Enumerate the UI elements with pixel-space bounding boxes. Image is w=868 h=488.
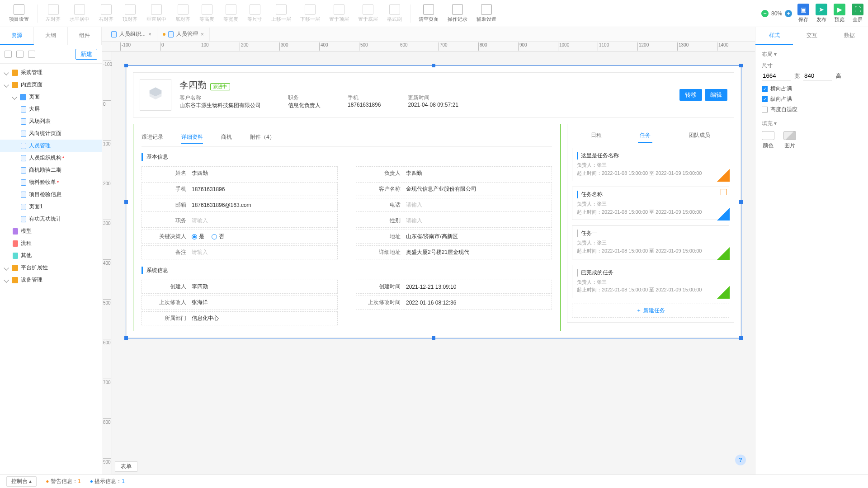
target-icon[interactable]: [16, 51, 24, 58]
new-button[interactable]: 新建: [75, 49, 97, 60]
field-关键决策人[interactable]: 关键决策人是否: [142, 230, 338, 244]
field-负责人[interactable]: 负责人李四勤: [356, 166, 552, 180]
dtab-attachment[interactable]: 附件（4）: [250, 131, 275, 144]
selection-frame[interactable]: 李四勤跟进中 客户名称山东谷丰源生物科技集团有限公司职务信息化负责人手机1876…: [126, 65, 741, 338]
tree-页面1[interactable]: 页面1: [0, 201, 102, 213]
ttab-schedule[interactable]: 日程: [589, 129, 604, 143]
align-底对齐[interactable]: 底对齐: [171, 2, 195, 24]
hint-info[interactable]: ● 提示信息：1: [90, 478, 125, 485]
align-左对齐[interactable]: 左对齐: [41, 2, 65, 24]
tree-人员组织机构[interactable]: 人员组织机构: [0, 152, 102, 164]
tree-流程[interactable]: 流程: [0, 237, 102, 249]
rtab-style[interactable]: 样式: [755, 27, 793, 45]
chk-h-fill[interactable]: ✓横向占满: [762, 85, 862, 93]
task-这里是任务名称[interactable]: 这里是任务名称负责人：张三起止时间：2022-01-08 15:00:00 至 …: [572, 148, 729, 181]
align-等高度[interactable]: 等高度: [195, 2, 219, 24]
zoom-out-icon[interactable]: −: [761, 10, 769, 17]
rtab-interact[interactable]: 交互: [793, 27, 830, 45]
align-右对齐[interactable]: 右对齐: [94, 2, 118, 24]
fill-color[interactable]: 颜色: [762, 131, 774, 150]
field-职务[interactable]: 职务请输入: [142, 214, 338, 228]
rtab-data[interactable]: 数据: [830, 27, 868, 45]
align-顶对齐[interactable]: 顶对齐: [118, 2, 142, 24]
zoom-control[interactable]: − 80% +: [761, 10, 792, 17]
tree-其他[interactable]: 其他: [0, 249, 102, 262]
field-地址[interactable]: 地址山东省/济南市/高新区: [356, 230, 552, 244]
height-input[interactable]: [803, 71, 832, 80]
field-备注[interactable]: 备注请输入: [142, 245, 338, 259]
tab-components[interactable]: 组件: [68, 27, 102, 45]
task-任务一[interactable]: 任务一负责人：张三起止时间：2022-01-08 15:00:00 至 2022…: [572, 225, 729, 259]
help-button[interactable]: ?: [735, 455, 746, 465]
tree-设备管理[interactable]: 设备管理: [0, 274, 102, 286]
task-任务名称[interactable]: 任务名称负责人：张三起止时间：2022-01-08 15:00:00 至 202…: [572, 187, 729, 220]
align-垂直居中[interactable]: 垂直居中: [142, 2, 171, 24]
tree-有功无功统计[interactable]: 有功无功统计: [0, 213, 102, 225]
field-创建人[interactable]: 创建人李四勤: [142, 280, 338, 294]
field-详细地址[interactable]: 详细地址奥盛大厦2号楼21层金现代: [356, 245, 552, 259]
canvas[interactable]: 李四勤跟进中 客户名称山东谷丰源生物科技集团有限公司职务信息化负责人手机1876…: [112, 52, 755, 474]
width-input[interactable]: [762, 71, 791, 80]
dtab-opportunity[interactable]: 商机: [221, 131, 232, 144]
edit-button[interactable]: 编辑: [705, 89, 727, 101]
action-发布[interactable]: ➤发布: [816, 4, 827, 23]
field-所属部门[interactable]: 所属部门信息化中心: [142, 311, 338, 325]
op-操作记录[interactable]: 操作记录: [443, 2, 472, 24]
tab-resource[interactable]: 资源: [0, 27, 34, 45]
warn-info[interactable]: ● 警告信息：1: [46, 478, 80, 485]
dtab-detail[interactable]: 详细资料: [181, 131, 203, 144]
tree-风向统计页面[interactable]: 风向统计页面: [0, 127, 102, 140]
task-已完成的任务[interactable]: 已完成的任务负责人：张三起止时间：2022-01-08 15:00:00 至 2…: [572, 265, 729, 298]
fill-image[interactable]: 图片: [783, 131, 796, 150]
tree-人员管理[interactable]: 人员管理: [0, 140, 102, 152]
tree-大屏[interactable]: 大屏: [0, 103, 102, 115]
tree-页面[interactable]: 页面: [0, 91, 102, 103]
op-清空页面[interactable]: 清空页面: [414, 2, 443, 24]
field-姓名[interactable]: 姓名李四勤: [142, 166, 338, 180]
chk-auto-height[interactable]: ✓高度自适应: [762, 106, 862, 113]
tab-outline[interactable]: 大纲: [34, 27, 68, 45]
field-上次修改时间[interactable]: 上次修改时间2022-01-16 08:12:36: [356, 296, 552, 310]
project-settings[interactable]: 项目设置: [5, 2, 33, 24]
align-等宽度[interactable]: 等宽度: [219, 2, 243, 24]
tree-项目检验信息[interactable]: 项目检验信息: [0, 188, 102, 201]
transfer-button[interactable]: 转移: [679, 89, 702, 101]
tree-物料验收单[interactable]: 物料验收单: [0, 176, 102, 188]
action-全屏[interactable]: ⛶全屏: [852, 4, 863, 23]
tree-内置页面[interactable]: 内置页面: [0, 79, 102, 91]
align-水平居中[interactable]: 水平居中: [65, 2, 94, 24]
align-置于底层[interactable]: 置于底层: [354, 2, 382, 24]
tree-采购管理[interactable]: 采购管理: [0, 66, 102, 79]
field-性别[interactable]: 性别请输入: [356, 214, 552, 228]
tree-平台扩展性[interactable]: 平台扩展性: [0, 262, 102, 274]
align-等尺寸[interactable]: 等尺寸: [243, 2, 267, 24]
tree-商机勘验二期[interactable]: 商机勘验二期: [0, 164, 102, 176]
field-邮箱[interactable]: 邮箱18761631896@163.com: [142, 198, 338, 212]
search-icon[interactable]: [5, 51, 12, 58]
chk-v-fill[interactable]: ✓纵向占满: [762, 95, 862, 103]
field-手机[interactable]: 手机18761631896: [142, 182, 338, 196]
tree-模型[interactable]: 模型: [0, 225, 102, 237]
filetab-人员组织...[interactable]: 人员组织...×: [106, 28, 157, 41]
align-置于顶层[interactable]: 置于顶层: [325, 2, 354, 24]
field-创建时间[interactable]: 创建时间2021-12-21 13:09:10: [356, 280, 552, 294]
dtab-follow[interactable]: 跟进记录: [142, 131, 163, 144]
ttab-team[interactable]: 团队成员: [687, 129, 712, 143]
zoom-in-icon[interactable]: +: [785, 10, 792, 17]
ttab-task[interactable]: 任务: [638, 129, 652, 143]
action-预览[interactable]: ▶预览: [834, 4, 845, 23]
add-task-button[interactable]: ＋ 新建任务: [572, 304, 729, 318]
align-格式刷[interactable]: 格式刷: [382, 2, 406, 24]
field-上次修改人[interactable]: 上次修改人张海洋: [142, 296, 338, 310]
field-客户名称[interactable]: 客户名称金现代信息产业股份有限公司: [356, 182, 552, 196]
form-chip[interactable]: 表单: [115, 461, 137, 472]
collapse-icon[interactable]: [28, 51, 35, 58]
align-上移一层[interactable]: 上移一层: [267, 2, 296, 24]
filetab-人员管理[interactable]: 人员管理×: [157, 28, 210, 41]
field-电话[interactable]: 电话请输入: [356, 198, 552, 212]
console-toggle[interactable]: 控制台 ▴: [6, 476, 37, 487]
align-下移一层[interactable]: 下移一层: [296, 2, 325, 24]
tree-风场列表[interactable]: 风场列表: [0, 115, 102, 127]
op-辅助设置[interactable]: 辅助设置: [472, 2, 501, 24]
action-保存[interactable]: ▣保存: [797, 4, 809, 23]
